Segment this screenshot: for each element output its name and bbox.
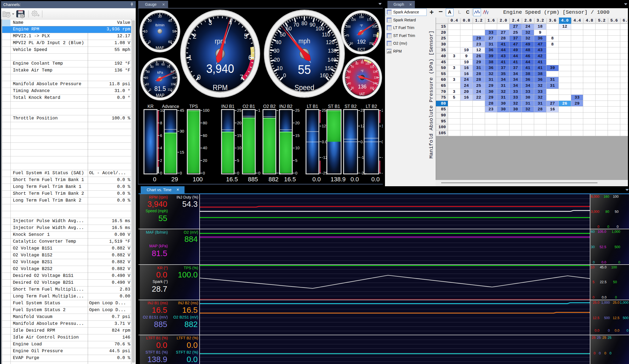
svg-text:0.0: 0.0	[350, 176, 359, 183]
svg-text:70: 70	[351, 65, 354, 68]
svg-text:30: 30	[351, 87, 354, 90]
svg-text:INJ B2: INJ B2	[279, 104, 292, 109]
svg-text:80: 80	[356, 62, 359, 65]
svg-text:90: 90	[310, 21, 315, 28]
svg-text:80: 80	[301, 20, 307, 26]
svg-text:30: 30	[158, 14, 162, 18]
svg-text:0.0: 0.0	[371, 176, 380, 183]
svg-text:130: 130	[374, 76, 378, 79]
svg-text:O2 B2: O2 B2	[263, 104, 276, 109]
svg-text:70: 70	[167, 65, 170, 68]
svg-text:81.5: 81.5	[154, 85, 166, 92]
svg-text:160: 160	[320, 72, 328, 78]
svg-text:150: 150	[370, 87, 374, 90]
svg-text:3: 3	[208, 18, 212, 26]
svg-text:Advance: Advance	[162, 104, 179, 109]
svg-text:5: 5	[237, 158, 239, 163]
svg-text:100: 100	[203, 108, 209, 113]
svg-text:150: 150	[359, 15, 364, 19]
svg-text:20: 20	[237, 121, 242, 125]
svg-text:40: 40	[203, 146, 207, 150]
svg-text:50: 50	[347, 76, 350, 79]
svg-text:Speed: Speed	[294, 83, 314, 92]
svg-text:0: 0	[197, 73, 200, 81]
svg-text:120: 120	[326, 39, 335, 45]
svg-text:MAP: MAP	[156, 93, 164, 98]
svg-text:0: 0	[160, 171, 162, 175]
svg-text:100: 100	[346, 25, 351, 28]
svg-text:885: 885	[248, 176, 258, 183]
svg-text:130: 130	[328, 48, 337, 54]
svg-text:60: 60	[348, 70, 351, 73]
svg-text:TPS: TPS	[189, 104, 198, 109]
svg-text:100: 100	[316, 25, 324, 31]
svg-text:KR: KR	[148, 104, 154, 109]
svg-text:ECT: ECT	[358, 47, 365, 51]
svg-text:10: 10	[143, 29, 147, 33]
svg-text:10: 10	[160, 108, 165, 113]
svg-text:110: 110	[168, 88, 172, 91]
svg-text:1: 1	[258, 108, 260, 113]
svg-text:25: 25	[295, 108, 300, 113]
svg-text:kPa: kPa	[157, 70, 163, 75]
svg-text:5: 5	[244, 32, 248, 40]
svg-text:MAF: MAF	[155, 45, 164, 50]
svg-text:192: 192	[357, 38, 366, 45]
svg-text:0: 0	[149, 40, 151, 44]
svg-text:10: 10	[295, 146, 300, 150]
svg-text:0: 0	[258, 171, 260, 175]
svg-text:40: 40	[150, 65, 154, 68]
svg-text:RPM: RPM	[213, 84, 228, 91]
svg-text:75: 75	[346, 34, 349, 37]
svg-text:50: 50	[350, 41, 353, 45]
svg-text:LT B1: LT B1	[307, 104, 318, 109]
svg-text:20: 20	[148, 19, 152, 23]
svg-text:IAT: IAT	[359, 92, 365, 96]
svg-text:60: 60	[203, 133, 207, 138]
svg-text:100: 100	[193, 176, 203, 183]
svg-text:7: 7	[240, 73, 243, 81]
svg-text:55: 55	[298, 62, 311, 76]
svg-text:0.0: 0.0	[312, 176, 321, 183]
svg-text:30: 30	[180, 129, 184, 133]
svg-text:50: 50	[155, 62, 159, 66]
svg-text:25.: 25.	[382, 108, 383, 113]
svg-text:50: 50	[280, 31, 285, 38]
svg-text:INJ B1: INJ B1	[221, 104, 234, 109]
svg-text:lb/min: lb/min	[155, 23, 165, 27]
svg-text:175: 175	[367, 18, 372, 21]
svg-text:15: 15	[237, 133, 242, 138]
svg-text:225: 225	[373, 34, 378, 37]
svg-text:110: 110	[322, 31, 330, 38]
svg-text:°F: °F	[360, 24, 363, 28]
svg-text:100: 100	[171, 82, 175, 86]
svg-text:4: 4	[160, 146, 162, 150]
svg-text:0: 0	[203, 171, 205, 175]
svg-text:O2 B1: O2 B1	[243, 104, 255, 109]
svg-text:20: 20	[295, 121, 300, 125]
svg-text:0: 0	[180, 171, 182, 175]
svg-text:882: 882	[268, 176, 279, 183]
svg-text:16.5: 16.5	[226, 176, 238, 183]
svg-text:20: 20	[145, 76, 148, 79]
svg-text:-25: -25	[382, 171, 383, 175]
svg-text:0: 0	[153, 176, 156, 183]
svg-text:10: 10	[146, 82, 149, 86]
svg-text:20: 20	[203, 158, 207, 163]
svg-text:8: 8	[160, 121, 162, 125]
svg-text:50: 50	[172, 29, 176, 33]
svg-text:70: 70	[293, 21, 299, 28]
svg-text:10: 10	[237, 146, 242, 150]
svg-text:0: 0	[295, 171, 298, 175]
svg-text:6: 6	[248, 53, 252, 61]
svg-text:2: 2	[160, 158, 162, 163]
svg-text:60: 60	[168, 40, 172, 44]
svg-text:90: 90	[172, 76, 175, 79]
svg-text:30: 30	[274, 48, 279, 54]
svg-text:40: 40	[168, 19, 172, 23]
svg-text:-12: -12	[382, 155, 383, 160]
svg-text:12.: 12.	[382, 124, 383, 128]
svg-text:29: 29	[171, 176, 178, 183]
svg-text:0: 0	[237, 171, 239, 175]
svg-text:90: 90	[361, 61, 364, 64]
